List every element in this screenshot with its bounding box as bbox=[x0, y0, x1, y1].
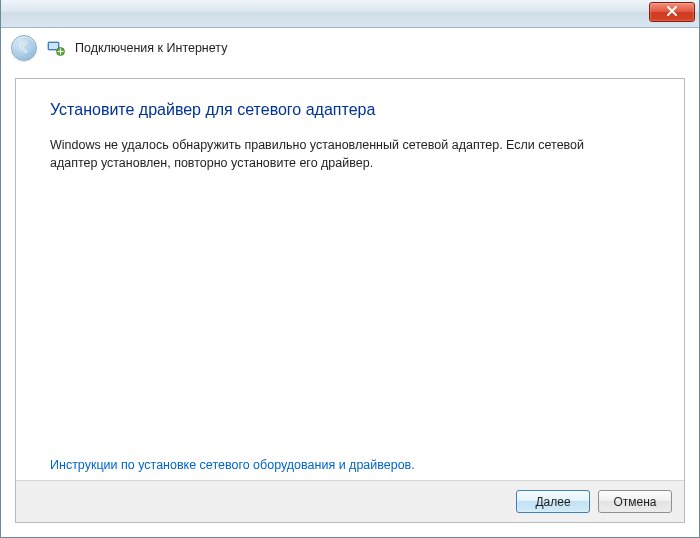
titlebar bbox=[1, 0, 699, 28]
spacer bbox=[50, 172, 650, 458]
close-icon bbox=[666, 5, 678, 20]
navbar: Подключения к Интернету bbox=[1, 28, 699, 68]
page-heading: Установите драйвер для сетевого адаптера bbox=[50, 101, 650, 119]
network-wizard-icon bbox=[47, 39, 65, 57]
page-body-text: Windows не удалось обнаружить правильно … bbox=[50, 137, 610, 172]
cancel-button[interactable]: Отмена bbox=[598, 490, 672, 513]
wizard-title: Подключения к Интернету bbox=[75, 41, 227, 55]
button-bar: Далее Отмена bbox=[16, 480, 684, 522]
back-button[interactable] bbox=[11, 35, 37, 61]
wizard-window: Подключения к Интернету Установите драйв… bbox=[0, 0, 700, 538]
svg-rect-1 bbox=[49, 43, 58, 49]
arrow-left-icon bbox=[17, 40, 31, 57]
next-button[interactable]: Далее bbox=[516, 490, 590, 513]
help-link[interactable]: Инструкции по установке сетевого оборудо… bbox=[50, 458, 650, 472]
content-panel: Установите драйвер для сетевого адаптера… bbox=[15, 78, 685, 523]
close-button[interactable] bbox=[649, 2, 695, 22]
content-outer: Установите драйвер для сетевого адаптера… bbox=[1, 68, 699, 537]
